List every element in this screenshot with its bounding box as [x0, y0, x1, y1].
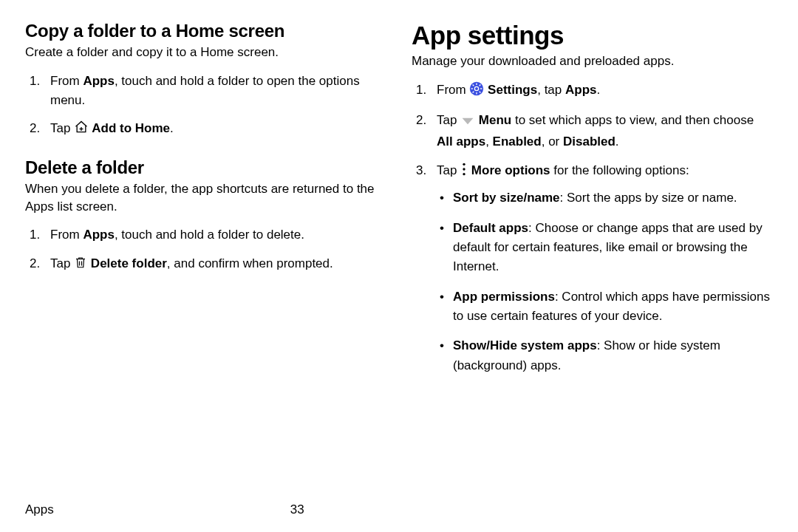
heading-copy-folder: Copy a folder to a Home screen [25, 21, 386, 41]
bold-apps: Apps [565, 83, 597, 97]
steps-app-settings: From Settings, tap Apps. Tap Menu to set… [412, 81, 773, 375]
bullet-sort: Sort by size/name: Sort the apps by size… [437, 188, 773, 208]
text: for the following options: [550, 163, 689, 177]
left-column: Copy a folder to a Home screen Create a … [25, 21, 386, 497]
more-options-icon [460, 162, 468, 183]
bold-apps: Apps [83, 228, 115, 242]
text: . [615, 134, 619, 149]
text: , touch and hold a folder to delete. [115, 228, 304, 242]
lead-copy-folder: Create a folder and copy it to a Home sc… [25, 44, 386, 61]
bullet-default-apps: Default apps: Choose or change apps that… [437, 219, 773, 277]
text: From [50, 74, 83, 88]
text: : Sort the apps by size or name. [560, 191, 737, 205]
heading-delete-folder: Delete a folder [25, 157, 386, 178]
dropdown-triangle-icon [460, 113, 475, 132]
text: From [50, 228, 83, 242]
bold-show-hide: Show/Hide system apps [453, 338, 597, 352]
svg-point-15 [463, 168, 465, 170]
house-plus-icon [74, 120, 89, 140]
delete-step-2: Tap Delete folder, and confirm when prom… [25, 254, 386, 276]
appset-step-3: Tap More options for the following optio… [412, 161, 773, 375]
text: , tap [537, 83, 565, 97]
text: , [485, 134, 492, 149]
text: From [437, 83, 469, 97]
bold-sort: Sort by size/name [453, 191, 560, 205]
bold-enabled: Enabled [493, 134, 542, 149]
lead-delete-folder: When you delete a folder, the app shortc… [25, 180, 386, 216]
bullet-app-permissions: App permissions: Control which apps have… [437, 287, 773, 327]
bold-all-apps: All apps [437, 134, 485, 149]
heading-app-settings: App settings [412, 21, 773, 50]
right-column: App settings Manage your downloaded and … [412, 21, 773, 497]
appset-step-2: Tap Menu to set which apps to view, and … [412, 111, 773, 152]
bold-default-apps: Default apps [453, 221, 528, 235]
bold-disabled: Disabled [563, 134, 615, 149]
text: Tap [437, 163, 460, 177]
text: to set which apps to view, and then choo… [511, 113, 754, 127]
text: Tap [437, 113, 460, 127]
bold-app-permissions: App permissions [453, 290, 555, 304]
bold-delete-folder: Delete folder [87, 256, 167, 270]
bold-settings: Settings [484, 83, 537, 97]
delete-step-1: From Apps, touch and hold a folder to de… [25, 225, 386, 245]
footer-section: Apps [25, 502, 54, 517]
steps-copy-folder: From Apps, touch and hold a folder to op… [25, 72, 386, 141]
appset-step-1: From Settings, tap Apps. [412, 81, 773, 102]
settings-gear-icon [469, 81, 484, 102]
trash-icon [74, 255, 87, 276]
lead-app-settings: Manage your downloaded and preloaded app… [412, 52, 773, 70]
footer-page-number: 33 [290, 502, 304, 517]
copy-step-1: From Apps, touch and hold a folder to op… [25, 72, 386, 111]
copy-step-2: Tap Add to Home. [25, 119, 386, 140]
svg-point-16 [463, 173, 465, 175]
text: . [597, 83, 601, 97]
text: , or [542, 134, 563, 149]
bold-menu: Menu [475, 113, 511, 127]
text: Tap [50, 256, 74, 270]
text: Tap [50, 121, 74, 135]
svg-point-14 [463, 163, 465, 165]
text: . [170, 121, 174, 135]
bold-more-options: More options [468, 163, 550, 177]
text: , and confirm when prompted. [167, 256, 333, 270]
steps-delete-folder: From Apps, touch and hold a folder to de… [25, 225, 386, 276]
bold-apps: Apps [83, 74, 115, 88]
bullet-show-hide: Show/Hide system apps: Show or hide syst… [437, 336, 773, 375]
page-footer: Apps 33 [25, 497, 773, 517]
more-options-bullets: Sort by size/name: Sort the apps by size… [437, 188, 773, 375]
bold-add-to-home: Add to Home [89, 121, 170, 135]
